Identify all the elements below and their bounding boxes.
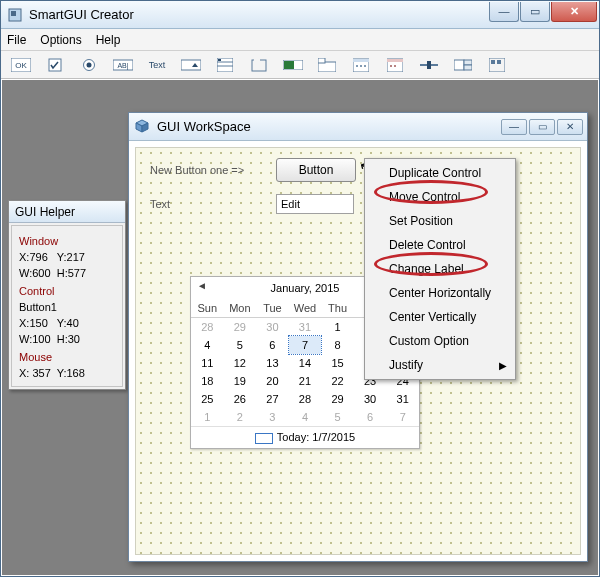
ctx-item[interactable]: Center Horizontally <box>365 281 515 305</box>
tb-slider-icon[interactable] <box>419 56 439 74</box>
ctx-item[interactable]: Duplicate Control <box>365 161 515 185</box>
sample-edit[interactable]: Edit <box>276 194 354 214</box>
tb-checkbox-icon[interactable] <box>45 56 65 74</box>
helper-control-wh: W:100 H:30 <box>19 331 115 347</box>
calendar-title[interactable]: January, 2015 <box>271 282 340 294</box>
label-new-button[interactable]: New Button one => <box>150 164 244 176</box>
tb-groupbox-icon[interactable] <box>249 56 269 74</box>
ctx-item-label: Move Control <box>389 190 460 204</box>
calendar-day[interactable]: 2 <box>224 408 257 426</box>
calendar-day[interactable]: 7 <box>289 336 322 354</box>
svg-rect-9 <box>181 60 201 70</box>
workspace-window-controls: — ▭ ✕ <box>501 119 583 135</box>
tb-calendar-icon[interactable] <box>351 56 371 74</box>
calendar-day[interactable]: 12 <box>224 354 257 372</box>
workspace-min-button[interactable]: — <box>501 119 527 135</box>
calendar-day[interactable]: 30 <box>256 318 289 336</box>
calendar-day[interactable]: 28 <box>289 390 322 408</box>
gui-workspace-window[interactable]: GUI WorkSpace — ▭ ✕ New Button one => Bu… <box>128 112 588 562</box>
main-title: SmartGUI Creator <box>29 7 488 22</box>
calendar-day[interactable]: 21 <box>289 372 322 390</box>
calendar-footer[interactable]: Today: 1/7/2015 <box>191 426 419 448</box>
calendar-dow: Mon <box>224 299 257 318</box>
calendar-day[interactable]: 15 <box>321 354 354 372</box>
calendar-day[interactable]: 18 <box>191 372 224 390</box>
workspace-titlebar[interactable]: GUI WorkSpace — ▭ ✕ <box>129 113 587 141</box>
tb-updown-icon[interactable] <box>453 56 473 74</box>
calendar-day[interactable]: 11 <box>191 354 224 372</box>
tb-ok-button-icon[interactable]: OK <box>11 56 31 74</box>
calendar-day[interactable]: 22 <box>321 372 354 390</box>
svg-rect-26 <box>387 59 403 62</box>
calendar-day[interactable]: 1 <box>321 318 354 336</box>
ctx-item[interactable]: Custom Option <box>365 329 515 353</box>
label-text[interactable]: Text <box>150 198 170 210</box>
tb-datetime-icon[interactable] <box>385 56 405 74</box>
workspace-close-button[interactable]: ✕ <box>557 119 583 135</box>
calendar-day[interactable]: 26 <box>224 390 257 408</box>
tb-dropdown-icon[interactable] <box>181 56 201 74</box>
tb-listview-icon[interactable] <box>215 56 235 74</box>
svg-point-28 <box>394 65 396 67</box>
calendar-day[interactable]: 14 <box>289 354 322 372</box>
calendar-day[interactable]: 19 <box>224 372 257 390</box>
workspace-title: GUI WorkSpace <box>157 119 501 134</box>
ctx-item[interactable]: Change Label <box>365 257 515 281</box>
tb-hotkey-icon[interactable] <box>487 56 507 74</box>
svg-rect-31 <box>454 60 464 70</box>
ctx-item[interactable]: Justify▶ <box>365 353 515 377</box>
workspace-max-button[interactable]: ▭ <box>529 119 555 135</box>
main-titlebar[interactable]: SmartGUI Creator — ▭ ✕ <box>1 1 599 29</box>
calendar-day[interactable]: 5 <box>321 408 354 426</box>
ctx-item[interactable]: Move Control <box>365 185 515 209</box>
calendar-day[interactable]: 30 <box>354 390 387 408</box>
sample-button[interactable]: Button <box>276 158 356 182</box>
calendar-day[interactable]: 6 <box>256 336 289 354</box>
helper-mouse-xy: X: 357 Y:168 <box>19 365 115 381</box>
ctx-item-label: Center Vertically <box>389 310 476 324</box>
calendar-day[interactable]: 5 <box>224 336 257 354</box>
svg-point-24 <box>364 65 366 67</box>
ctx-item[interactable]: Set Position <box>365 209 515 233</box>
helper-control-xy: X:150 Y:40 <box>19 315 115 331</box>
calendar-day[interactable]: 7 <box>386 408 419 426</box>
calendar-day[interactable]: 4 <box>289 408 322 426</box>
calendar-day[interactable]: 27 <box>256 390 289 408</box>
tb-tab-icon[interactable] <box>317 56 337 74</box>
tb-editbox-icon[interactable]: AB| <box>113 56 133 74</box>
calendar-day[interactable]: 6 <box>354 408 387 426</box>
max-button[interactable]: ▭ <box>520 2 550 22</box>
ctx-item[interactable]: Center Vertically <box>365 305 515 329</box>
gui-helper-panel[interactable]: GUI Helper Window X:796 Y:217 W:600 H:57… <box>8 200 126 390</box>
svg-rect-36 <box>497 60 501 64</box>
calendar-day[interactable]: 29 <box>321 390 354 408</box>
svg-rect-1 <box>11 11 16 16</box>
gui-helper-title[interactable]: GUI Helper <box>9 201 125 223</box>
menu-help[interactable]: Help <box>96 33 121 47</box>
svg-rect-30 <box>427 61 431 69</box>
close-button[interactable]: ✕ <box>551 2 597 22</box>
menu-options[interactable]: Options <box>40 33 81 47</box>
tb-radio-icon[interactable] <box>79 56 99 74</box>
calendar-day[interactable]: 28 <box>191 318 224 336</box>
calendar-day[interactable]: 3 <box>256 408 289 426</box>
ctx-item[interactable]: Delete Control <box>365 233 515 257</box>
calendar-day[interactable]: 8 <box>321 336 354 354</box>
calendar-day[interactable]: 25 <box>191 390 224 408</box>
helper-control-label: Control <box>19 283 115 299</box>
helper-window-xy: X:796 Y:217 <box>19 249 115 265</box>
calendar-day[interactable]: 13 <box>256 354 289 372</box>
calendar-prev-icon[interactable]: ◄ <box>197 280 207 291</box>
menu-file[interactable]: File <box>7 33 26 47</box>
min-button[interactable]: — <box>489 2 519 22</box>
calendar-day[interactable]: 1 <box>191 408 224 426</box>
calendar-day[interactable]: 31 <box>289 318 322 336</box>
calendar-day[interactable]: 31 <box>386 390 419 408</box>
calendar-day[interactable]: 20 <box>256 372 289 390</box>
tb-progressbar-icon[interactable] <box>283 56 303 74</box>
tb-text-icon[interactable]: Text <box>147 56 167 74</box>
calendar-day[interactable]: 29 <box>224 318 257 336</box>
ctx-item-label: Duplicate Control <box>389 166 481 180</box>
calendar-day[interactable]: 4 <box>191 336 224 354</box>
svg-rect-21 <box>353 59 369 62</box>
